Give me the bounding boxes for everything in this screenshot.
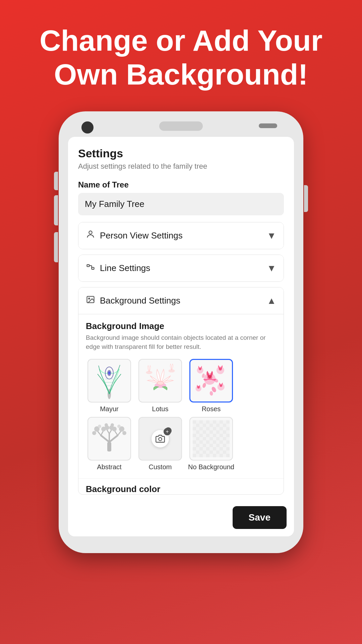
accordion-background-settings: Background Settings ▲ Background Image B…: [78, 287, 284, 494]
svg-point-6: [88, 298, 90, 300]
bg-image-title: Background Image: [86, 321, 276, 331]
bg-item-roses[interactable]: Roses: [188, 359, 235, 413]
svg-rect-35: [107, 442, 111, 451]
settings-title: Settings: [78, 147, 284, 160]
side-button-left-1: [54, 172, 58, 190]
bg-thumb-no-background: [189, 417, 233, 461]
settings-subtitle: Adjust settings related to the family tr…: [78, 162, 284, 171]
svg-point-52: [105, 423, 108, 427]
phone-button-top: [259, 123, 277, 128]
phone-camera: [81, 121, 94, 133]
background-settings-label: Background Settings: [100, 296, 180, 306]
bg-thumb-lotus: [138, 359, 182, 402]
person-view-label: Person View Settings: [100, 230, 183, 241]
side-button-left-2: [54, 195, 58, 225]
camera-icon: +: [152, 430, 169, 447]
bg-thumb-roses: [189, 359, 233, 402]
svg-point-23: [219, 367, 222, 371]
svg-point-51: [92, 431, 96, 435]
bg-thumb-custom: +: [138, 417, 182, 461]
bg-label-no-background: No Background: [188, 463, 234, 471]
accordion-line-settings-header[interactable]: Line Settings ▼: [78, 255, 284, 281]
save-button[interactable]: Save: [233, 506, 287, 529]
svg-line-37: [109, 435, 118, 442]
line-settings-icon: [86, 262, 95, 274]
accordion-person-view: Person View Settings ▼: [78, 222, 284, 249]
bg-label-roses: Roses: [202, 405, 221, 413]
side-button-left-3: [54, 232, 58, 262]
bg-item-custom[interactable]: + Custom: [137, 417, 184, 471]
line-settings-chevron: ▼: [267, 263, 276, 274]
person-view-icon: [86, 230, 95, 241]
background-settings-chevron: ▲: [267, 296, 276, 306]
phone-speaker: [159, 121, 203, 131]
tree-name-input[interactable]: My Family Tree: [78, 193, 284, 215]
accordion-person-view-header[interactable]: Person View Settings ▼: [78, 222, 284, 249]
svg-rect-1: [87, 265, 89, 267]
bg-item-lotus[interactable]: Lotus: [137, 359, 184, 413]
line-settings-label: Line Settings: [100, 263, 150, 273]
svg-rect-62: [193, 420, 230, 457]
svg-point-29: [197, 386, 200, 389]
svg-line-36: [101, 435, 109, 442]
bg-label-lotus: Lotus: [152, 405, 169, 413]
settings-page: Settings Adjust settings related to the …: [68, 137, 294, 494]
bg-label-mayur: Mayur: [100, 405, 119, 413]
svg-point-0: [89, 231, 92, 234]
svg-point-27: [220, 384, 222, 387]
accordion-person-view-left: Person View Settings: [86, 230, 183, 241]
svg-line-44: [109, 430, 112, 434]
accordion-background-header[interactable]: Background Settings ▲: [78, 287, 284, 314]
svg-point-10: [108, 371, 110, 374]
svg-point-55: [98, 425, 101, 428]
hero-title: Change or Add Your Own Background!: [0, 23, 362, 91]
save-bar: Save: [68, 500, 294, 536]
svg-point-57: [159, 437, 162, 440]
bg-thumb-abstract: [87, 417, 131, 461]
svg-point-16: [157, 381, 163, 385]
background-settings-icon: [86, 295, 95, 307]
background-image-grid: Mayur: [86, 359, 276, 471]
bg-label-abstract: Abstract: [97, 463, 121, 471]
bg-item-abstract[interactable]: Abstract: [86, 417, 133, 471]
accordion-line-settings-left: Line Settings: [86, 262, 150, 274]
svg-point-21: [208, 375, 211, 378]
svg-point-54: [122, 431, 126, 435]
bg-color-section: Background color: [78, 478, 284, 494]
person-view-chevron: ▼: [267, 230, 276, 241]
svg-point-53: [111, 423, 114, 427]
phone-frame: Settings Adjust settings related to the …: [59, 111, 303, 553]
accordion-background-left: Background Settings: [86, 295, 180, 307]
svg-line-43: [107, 430, 109, 434]
phone-screen: Settings Adjust settings related to the …: [68, 137, 294, 536]
accordion-line-settings: Line Settings ▼: [78, 255, 284, 282]
bg-label-custom: Custom: [149, 463, 172, 471]
bg-item-mayur[interactable]: Mayur: [86, 359, 133, 413]
bg-image-desc: Background image should contain objects …: [86, 333, 276, 351]
svg-point-25: [199, 368, 201, 370]
bg-thumb-mayur: [87, 359, 131, 402]
bg-item-no-background[interactable]: No Background: [188, 417, 235, 471]
svg-point-56: [117, 425, 121, 428]
svg-point-34: [209, 391, 213, 396]
background-settings-body: Background Image Background image should…: [78, 314, 284, 478]
bg-color-label: Background color: [86, 484, 160, 494]
side-button-right: [304, 185, 308, 212]
tree-name-label: Name of Tree: [78, 180, 284, 190]
phone-top-bar: [68, 121, 294, 131]
